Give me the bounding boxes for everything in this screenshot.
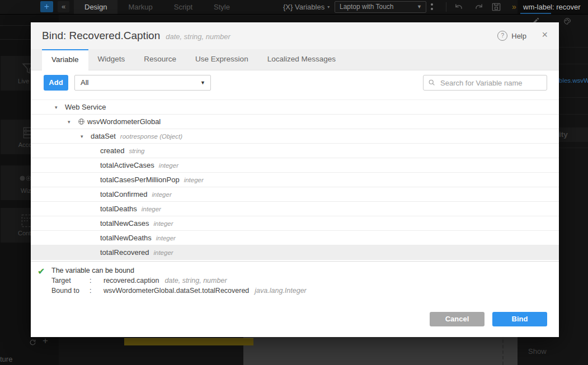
- expander-icon[interactable]: ▾: [68, 119, 78, 125]
- palette-icon[interactable]: [563, 17, 572, 27]
- tree-node-type: integer: [153, 249, 173, 256]
- tree-row-totalDeaths[interactable]: totalDeathsinteger: [31, 202, 559, 216]
- editor-mode-tabs: DesignMarkupScriptStyle: [74, 0, 241, 14]
- search-input[interactable]: [439, 76, 545, 90]
- dropdown-caret-icon: ▼: [200, 75, 205, 90]
- help-label: Help: [511, 32, 526, 40]
- tree-node-type: integer: [159, 162, 178, 169]
- chevron-down-icon: ▾: [327, 4, 330, 10]
- close-icon[interactable]: ×: [542, 29, 548, 41]
- search-icon: [428, 79, 435, 86]
- editor-tab-script[interactable]: Script: [163, 0, 203, 14]
- variable-filter-select[interactable]: All ▼: [74, 75, 211, 91]
- dialog-toolbar: Add All ▼: [31, 70, 559, 96]
- variables-menu-label: {X} Variables: [283, 3, 324, 11]
- target-label: Target: [51, 277, 90, 285]
- selected-widget-title: wm-label: recover: [523, 0, 588, 14]
- add-icon[interactable]: +: [43, 335, 48, 347]
- device-selector[interactable]: Laptop with Touch ▼: [335, 1, 426, 13]
- help-button[interactable]: ? Help: [497, 31, 526, 41]
- refresh-icon[interactable]: [29, 338, 36, 348]
- dialog-tab-resource[interactable]: Resource: [134, 49, 186, 70]
- expand-panel-icon[interactable]: »: [512, 0, 516, 14]
- tree-node-label: totalCasesPerMillionPop: [100, 176, 180, 184]
- dropdown-caret-icon: ▼: [417, 2, 422, 12]
- tree-node-type: integer: [142, 206, 161, 212]
- bound-to-line: Bound to : wsvWordometerGlobal.dataSet.t…: [51, 287, 307, 295]
- tree-node-label: totalNewDeaths: [100, 234, 152, 242]
- selected-widget-highlight[interactable]: [124, 338, 253, 345]
- cancel-button[interactable]: Cancel: [430, 312, 484, 326]
- tree-node-type: integer: [156, 235, 176, 241]
- tree-node-type: rootresponse (Object): [120, 133, 182, 140]
- dialog-footer: Cancel Bind: [31, 299, 559, 337]
- bound-to-type: java.lang.Integer: [255, 287, 306, 295]
- tree-node-type: string: [129, 148, 144, 154]
- add-page-button[interactable]: +: [40, 1, 53, 12]
- tree-node-label: totalActiveCases: [100, 161, 154, 169]
- dialog-tab-variable[interactable]: Variable: [42, 49, 88, 70]
- collapse-panel-icon[interactable]: «: [58, 1, 69, 12]
- divider: [0, 25, 31, 26]
- tree-node-label: totalDeaths: [100, 205, 137, 213]
- structure-tab-label[interactable]: ture: [0, 355, 12, 363]
- device-selector-value: Laptop with Touch: [340, 3, 394, 11]
- tree-row-Web Service[interactable]: ▾Web Service: [31, 100, 559, 115]
- editor-tab-style[interactable]: Style: [203, 0, 241, 14]
- dialog-tab-use-expression[interactable]: Use Expression: [186, 49, 258, 70]
- tree-row-totalCasesPerMillionPop[interactable]: totalCasesPerMillionPopinteger: [31, 173, 559, 187]
- dialog-tab-localized-messages[interactable]: Localized Messages: [258, 49, 345, 70]
- filter-select-value: All: [81, 78, 88, 87]
- expander-icon[interactable]: ▾: [55, 105, 65, 110]
- tree-node-label: wsvWordometerGlobal: [87, 117, 161, 126]
- colon: :: [90, 287, 104, 295]
- tree-node-label: dataSet: [91, 132, 116, 140]
- properties-tab-indicator: [520, 13, 551, 14]
- tree-node-label: created: [100, 146, 124, 155]
- tree-row-created[interactable]: createdstring: [31, 144, 559, 158]
- expander-icon[interactable]: ▾: [81, 134, 91, 139]
- variables-menu[interactable]: {X} Variables▾: [283, 0, 330, 14]
- bind-button[interactable]: Bind: [492, 312, 547, 326]
- bind-status-panel: ✔ The variable can be bound Target : rec…: [31, 261, 559, 300]
- tree-row-totalActiveCases[interactable]: totalActiveCasesinteger: [31, 158, 559, 173]
- add-variable-button[interactable]: Add: [44, 75, 68, 91]
- tree-row-totalNewDeaths[interactable]: totalNewDeathsinteger: [31, 231, 559, 245]
- dialog-header: Bind: Recovered.Captiondate, string, num…: [31, 22, 559, 49]
- target-line: Target : recovered.caption date, string,…: [51, 277, 227, 285]
- tree-row-wsvWordometerGlobal[interactable]: ▾wsvWordometerGlobal: [31, 115, 559, 129]
- editor-tab-design[interactable]: Design: [74, 0, 117, 14]
- variable-search: [423, 75, 547, 91]
- divider: [0, 39, 31, 40]
- help-icon: ?: [497, 31, 507, 41]
- check-icon: ✔: [37, 266, 45, 277]
- save-icon[interactable]: [492, 3, 501, 13]
- undo-icon[interactable]: [454, 3, 464, 13]
- tree-node-label: totalConfirmed: [100, 190, 148, 198]
- dialog-subtitle: date, string, number: [166, 32, 231, 41]
- studio-topbar: + « DesignMarkupScriptStyle {X} Variable…: [0, 0, 588, 15]
- redo-icon[interactable]: [474, 3, 483, 13]
- section-label: ity: [559, 130, 568, 139]
- colon: :: [90, 277, 104, 285]
- tree-row-totalNewCases[interactable]: totalNewCasesinteger: [31, 216, 559, 231]
- target-value: recovered.caption: [104, 277, 159, 285]
- tree-row-totalRecovered[interactable]: totalRecoveredinteger: [31, 245, 559, 260]
- dialog-title: Bind: Recovered.Captiondate, string, num…: [42, 30, 231, 42]
- bound-to-value: wsvWordometerGlobal.dataSet.totalRecover…: [104, 287, 249, 295]
- tree-row-dataSet[interactable]: ▾dataSetrootresponse (Object): [31, 129, 559, 144]
- web-service-icon: [78, 118, 87, 125]
- show-property-label: Show: [528, 347, 547, 355]
- bound-property-value[interactable]: bles.wsvW: [559, 77, 588, 84]
- tree-node-label: Web Service: [65, 103, 106, 111]
- variable-tree: ▾Web Service▾wsvWordometerGlobal▾dataSet…: [31, 99, 559, 262]
- tree-node-type: integer: [152, 191, 172, 198]
- kebab-menu-icon[interactable]: [431, 3, 433, 12]
- tree-row-totalConfirmed[interactable]: totalConfirmedinteger: [31, 187, 559, 202]
- dialog-tab-widgets[interactable]: Widgets: [88, 49, 135, 70]
- dialog-title-text: Bind: Recovered.Caption: [42, 30, 160, 41]
- target-type: date, string, number: [164, 277, 227, 285]
- tree-node-type: integer: [153, 220, 173, 227]
- bind-dialog-tabs: VariableWidgetsResourceUse ExpressionLoc…: [31, 49, 559, 70]
- editor-tab-markup[interactable]: Markup: [117, 0, 163, 14]
